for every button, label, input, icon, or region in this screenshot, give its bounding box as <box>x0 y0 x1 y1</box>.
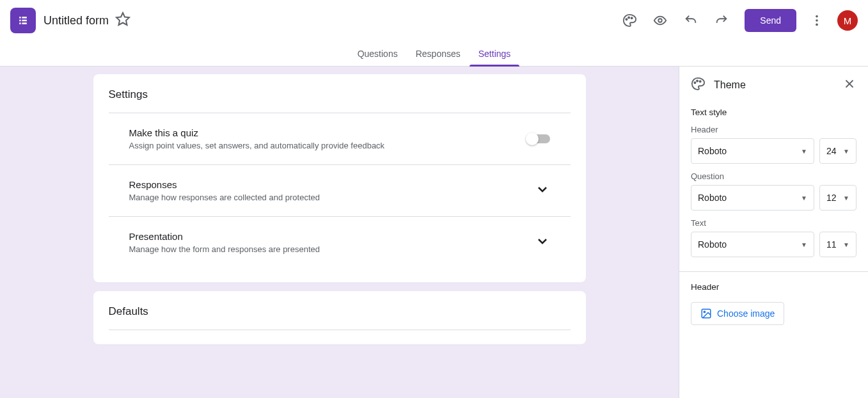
redo-icon[interactable] <box>709 8 734 33</box>
account-avatar[interactable]: M <box>837 10 858 31</box>
svg-marker-6 <box>116 13 129 25</box>
defaults-heading: Defaults <box>109 305 571 330</box>
tab-responses[interactable]: Responses <box>407 41 470 66</box>
setting-quiz: Make this a quiz Assign point values, se… <box>109 113 571 165</box>
setting-responses[interactable]: Responses Manage how responses are colle… <box>109 165 571 217</box>
theme-title: Theme <box>714 79 842 91</box>
svg-point-7 <box>626 19 627 20</box>
presentation-desc: Manage how the form and responses are pr… <box>129 244 535 254</box>
quiz-toggle[interactable] <box>527 134 550 143</box>
quiz-title: Make this a quiz <box>129 127 527 138</box>
dropdown-arrow-icon: ▼ <box>801 241 807 248</box>
close-icon[interactable] <box>842 77 856 93</box>
send-button[interactable]: Send <box>745 9 796 32</box>
text-style-label: Text style <box>691 107 856 117</box>
settings-canvas: Settings Make this a quiz Assign point v… <box>0 67 679 398</box>
svg-point-8 <box>628 17 629 18</box>
header-size-select[interactable]: 24▼ <box>819 138 856 164</box>
tab-questions[interactable]: Questions <box>349 41 407 66</box>
svg-point-15 <box>697 80 698 81</box>
svg-rect-1 <box>22 17 27 19</box>
tab-bar: Questions Responses Settings <box>0 41 868 67</box>
text-size-value: 11 <box>826 239 837 250</box>
choose-image-button[interactable]: Choose image <box>691 302 784 325</box>
svg-rect-4 <box>19 22 21 24</box>
svg-point-13 <box>816 24 818 26</box>
theme-panel: Theme Text style Header Roboto▼ 24▼ Ques… <box>679 67 868 398</box>
forms-logo[interactable] <box>10 8 36 33</box>
text-font-value: Roboto <box>698 239 727 250</box>
svg-point-11 <box>816 15 818 18</box>
question-font-select[interactable]: Roboto▼ <box>691 185 814 211</box>
dropdown-arrow-icon: ▼ <box>801 195 807 202</box>
quiz-desc: Assign point values, set answers, and au… <box>129 141 527 150</box>
choose-image-label: Choose image <box>717 308 775 319</box>
svg-rect-3 <box>22 20 27 22</box>
svg-point-14 <box>694 82 695 83</box>
svg-point-10 <box>659 19 663 22</box>
question-font-label: Question <box>691 171 856 181</box>
dropdown-arrow-icon: ▼ <box>843 148 849 155</box>
palette-icon <box>691 77 705 93</box>
svg-point-9 <box>631 17 633 19</box>
svg-rect-0 <box>19 17 21 19</box>
header-font-label: Header <box>691 125 856 134</box>
dropdown-arrow-icon: ▼ <box>843 195 849 202</box>
setting-presentation[interactable]: Presentation Manage how the form and res… <box>109 217 571 268</box>
more-icon[interactable] <box>804 8 830 33</box>
svg-point-20 <box>704 311 705 312</box>
defaults-card: Defaults <box>93 291 586 344</box>
tab-settings[interactable]: Settings <box>470 41 520 66</box>
undo-icon[interactable] <box>678 8 704 33</box>
question-font-value: Roboto <box>698 193 727 203</box>
svg-point-12 <box>816 19 818 22</box>
text-font-select[interactable]: Roboto▼ <box>691 232 814 257</box>
chevron-down-icon[interactable] <box>535 234 550 251</box>
question-size-select[interactable]: 12▼ <box>819 185 856 211</box>
header-size-value: 24 <box>826 146 837 156</box>
preview-icon[interactable] <box>647 8 673 33</box>
responses-title: Responses <box>129 179 535 190</box>
question-size-value: 12 <box>826 193 837 203</box>
header-font-value: Roboto <box>698 146 727 156</box>
responses-desc: Manage how responses are collected and p… <box>129 193 535 202</box>
dropdown-arrow-icon: ▼ <box>843 241 849 248</box>
header-section-label: Header <box>691 282 856 292</box>
star-icon[interactable] <box>115 12 130 29</box>
presentation-title: Presentation <box>129 231 535 242</box>
app-header: Untitled form Send M <box>0 0 868 41</box>
image-icon <box>700 308 712 319</box>
form-title[interactable]: Untitled form <box>43 14 109 28</box>
header-font-select[interactable]: Roboto▼ <box>691 138 814 164</box>
settings-card: Settings Make this a quiz Assign point v… <box>93 74 586 282</box>
text-font-label: Text <box>691 218 856 228</box>
svg-rect-5 <box>22 22 27 24</box>
svg-rect-2 <box>19 20 21 22</box>
palette-icon[interactable] <box>617 8 642 33</box>
chevron-down-icon[interactable] <box>535 182 550 200</box>
dropdown-arrow-icon: ▼ <box>801 148 807 155</box>
text-size-select[interactable]: 11▼ <box>819 232 856 257</box>
settings-heading: Settings <box>109 88 571 113</box>
svg-point-16 <box>700 81 701 82</box>
